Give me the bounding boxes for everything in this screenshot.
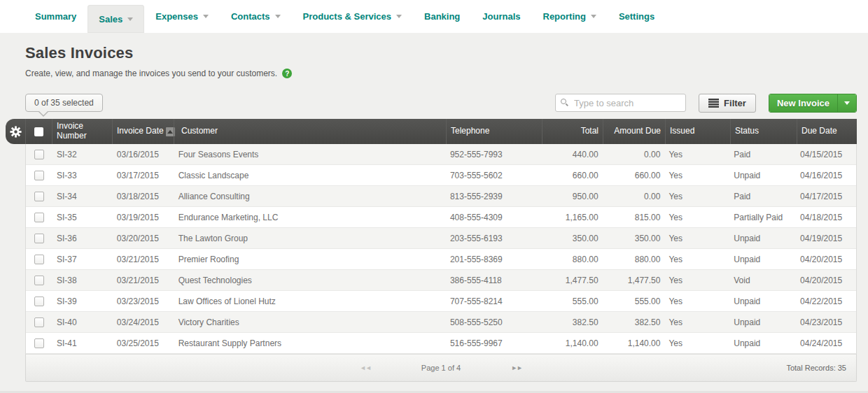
cell-customer: The Lawton Group [174,234,446,243]
cell-invoice-number: SI-34 [52,192,113,201]
invoice-row-si-34[interactable]: SI-3403/18/2015Alliance Consulting813-55… [26,186,856,207]
new-invoice-dropdown-button[interactable] [837,94,856,112]
cell-status: Unpaid [729,171,796,180]
cell-amount-due: 0.00 [603,150,665,159]
cell-invoice-number: SI-33 [52,171,113,180]
new-invoice-button[interactable]: New Invoice [769,94,837,112]
cell-customer: Alliance Consulting [174,192,446,201]
column-header-total[interactable]: Total [542,119,603,144]
column-header-label: Invoice Date [117,127,164,136]
chevron-down-icon [591,15,596,18]
row-checkbox[interactable] [34,276,44,285]
cell-issued: Yes [664,213,729,222]
invoice-row-si-33[interactable]: SI-3303/17/2015Classic Landscape703-555-… [26,165,856,186]
column-header-label: Due Date [802,127,837,136]
help-icon[interactable]: ? [282,69,292,78]
cell-customer: Premier Roofing [174,255,446,264]
cell-telephone: 203-555-6193 [446,234,542,243]
invoice-row-si-40[interactable]: SI-4003/24/2015Victory Charities508-555-… [26,312,856,333]
invoice-row-si-36[interactable]: SI-3603/20/2015The Lawton Group203-555-6… [26,228,856,249]
nav-item-products-services[interactable]: Products & Services [292,0,413,33]
selection-summary-button[interactable]: 0 of 35 selected [25,94,103,112]
cell-due-date: 04/24/2015 [796,338,856,348]
nav-item-settings[interactable]: Settings [608,0,666,33]
cell-amount-due: 1,140.00 [603,338,665,348]
table-settings-button[interactable] [6,119,25,144]
next-page-button[interactable]: ►► [511,364,522,371]
column-header-invoice-date[interactable]: Invoice Date [112,119,174,144]
row-checkbox[interactable] [34,192,44,201]
row-checkbox-cell [26,296,52,306]
cell-customer: Classic Landscape [174,171,446,180]
total-records: Total Records: 35 [786,355,846,381]
search-input[interactable] [555,94,686,112]
select-all-checkbox[interactable] [34,127,43,136]
row-checkbox[interactable] [34,317,44,327]
column-header-telephone[interactable]: Telephone [446,119,542,144]
cell-due-date: 04/22/2015 [796,296,856,306]
row-checkbox[interactable] [34,255,44,264]
cell-due-date: 04/20/2015 [796,255,856,264]
page-subtitle: Create, view, and manage the invoices yo… [25,69,868,78]
filter-lines-icon [708,99,719,108]
column-header-issued[interactable]: Issued [665,119,730,144]
cell-invoice-date: 03/18/2015 [113,192,174,201]
column-header-label: Issued [670,127,694,136]
cell-total: 950.00 [542,192,603,201]
cell-invoice-number: SI-40 [52,317,113,327]
sort-arrow-up [167,130,173,134]
column-header-due-date[interactable]: Due Date [797,119,857,144]
cell-due-date: 04/19/2015 [796,234,856,243]
nav-item-reporting[interactable]: Reporting [532,0,608,33]
row-checkbox[interactable] [34,234,44,243]
row-checkbox[interactable] [34,338,44,348]
cell-due-date: 04/15/2015 [796,150,856,159]
cell-amount-due: 1,477.50 [603,276,665,285]
cell-telephone: 813-555-2939 [446,192,542,201]
invoice-row-si-32[interactable]: SI-3203/16/2015Four Seasons Events952-55… [26,144,856,165]
cell-invoice-number: SI-36 [52,234,113,243]
nav-item-label: Banking [424,11,460,22]
row-checkbox-cell [26,317,52,327]
cell-customer: Restaurant Supply Partners [174,338,446,348]
nav-item-journals[interactable]: Journals [471,0,531,33]
invoice-table-body: SI-3203/16/2015Four Seasons Events952-55… [25,144,857,354]
column-header-invoice-number[interactable]: Invoice Number [52,119,112,144]
nav-item-banking[interactable]: Banking [413,0,471,33]
column-header-label: Telephone [451,127,489,136]
row-checkbox-cell [26,213,52,222]
column-header-status[interactable]: Status [730,119,797,144]
cell-issued: Yes [664,276,729,285]
column-header-label: Customer [181,127,218,136]
filter-button-label: Filter [724,98,746,108]
cell-issued: Yes [664,317,729,327]
nav-item-label: Contacts [231,11,270,22]
invoice-row-si-38[interactable]: SI-3803/21/2015Quest Technologies386-555… [26,270,856,291]
cell-invoice-number: SI-32 [52,150,113,159]
invoice-row-si-39[interactable]: SI-3903/23/2015Law Offices of Lionel Hut… [26,291,856,312]
row-checkbox[interactable] [34,213,44,222]
nav-item-expenses[interactable]: Expenses [144,0,220,33]
invoice-row-si-41[interactable]: SI-4103/25/2015Restaurant Supply Partner… [26,333,856,354]
invoice-row-si-35[interactable]: SI-3503/19/2015Endurance Marketing, LLC4… [26,207,856,228]
nav-item-sales[interactable]: Sales [88,5,144,33]
cell-issued: Yes [664,296,729,306]
cell-total: 382.50 [542,317,603,327]
row-checkbox[interactable] [34,296,44,306]
filter-button[interactable]: Filter [699,94,756,113]
row-checkbox[interactable] [34,150,44,159]
cell-invoice-number: SI-35 [52,213,113,222]
nav-item-summary[interactable]: Summary [24,0,88,33]
chevron-down-icon [844,101,850,105]
invoice-row-si-37[interactable]: SI-3703/21/2015Premier Roofing201-555-83… [26,249,856,270]
nav-item-contacts[interactable]: Contacts [220,0,292,33]
cell-amount-due: 660.00 [603,171,665,180]
cell-due-date: 04/20/2015 [796,276,856,285]
previous-page-button[interactable]: ◄◄ [360,364,371,371]
cell-invoice-number: SI-39 [52,296,113,306]
column-header-amount-due[interactable]: Amount Due [603,119,665,144]
column-header-customer[interactable]: Customer [174,119,446,144]
cell-invoice-date: 03/16/2015 [113,150,174,159]
cell-issued: Yes [664,234,729,243]
row-checkbox[interactable] [34,171,44,180]
